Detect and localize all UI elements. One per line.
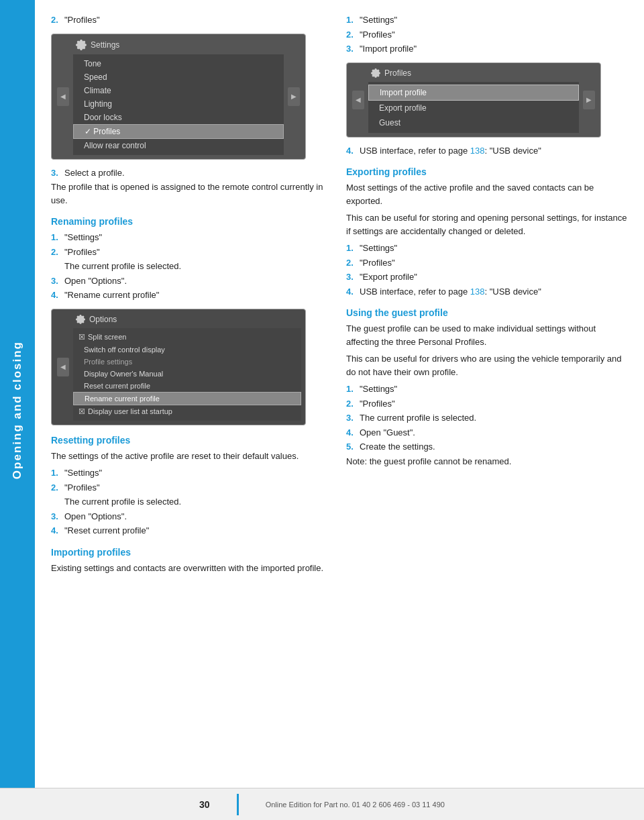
- resetting-step3: 3. Open "Options".: [51, 510, 333, 523]
- imp-text2: "Profiles": [360, 28, 395, 42]
- renaming-sub2: The current profile is selected.: [64, 260, 333, 273]
- rn-num1: 1.: [51, 231, 62, 244]
- imp4-num: 4.: [346, 144, 357, 158]
- options-screen-inner: ◀ Options ☒ Split screen: [56, 313, 301, 421]
- exp-text1: "Settings": [360, 242, 397, 255]
- step-text: "Profiles": [64, 13, 100, 27]
- option-profile-settings-header: Profile settings: [73, 356, 301, 368]
- profiles-title: Profiles: [384, 68, 411, 78]
- menu-guest[interactable]: Guest: [368, 115, 579, 130]
- imp-num3: 3.: [346, 42, 357, 56]
- imp4-text: USB interface, refer to page 138: "USB d…: [360, 144, 541, 158]
- options-title: Options: [89, 315, 117, 324]
- export-step2: 2. "Profiles": [346, 256, 628, 270]
- settings-title-bar: Settings: [73, 38, 284, 52]
- gs-num1: 1.: [346, 382, 357, 396]
- gs-num3: 3.: [346, 411, 357, 425]
- intro-step: 2. "Profiles": [51, 13, 333, 27]
- renaming-step4: 4. "Rename current profile": [51, 289, 333, 302]
- menu-item-speed[interactable]: Speed: [73, 70, 284, 84]
- rs-text1: "Settings": [64, 466, 102, 480]
- rs-text2: "Profiles": [64, 481, 100, 495]
- renaming-step1: 1. "Settings": [51, 231, 333, 244]
- rn-text4: "Rename current profile": [64, 289, 159, 302]
- exp-num1: 1.: [346, 242, 357, 255]
- guest-heading: Using the guest profile: [346, 307, 628, 318]
- profiles-screen-inner: ◀ Profiles Import profile Export profile…: [351, 67, 596, 133]
- export-step1: 1. "Settings": [346, 242, 628, 255]
- step3: 3. Select a profile.: [51, 166, 333, 180]
- option-split-screen[interactable]: ☒ Split screen: [73, 331, 301, 344]
- export-page-link[interactable]: 138: [470, 287, 485, 297]
- option-rename-profile[interactable]: Rename current profile: [73, 392, 301, 405]
- menu-import-profile[interactable]: Import profile: [368, 85, 579, 101]
- rs-num2: 2.: [51, 481, 62, 495]
- profiles-screen-mockup: ◀ Profiles Import profile Export profile…: [346, 62, 601, 138]
- guest-desc2: This can be useful for drivers who are u…: [346, 352, 628, 378]
- options-nav-left-btn[interactable]: ◀: [57, 358, 69, 376]
- rs-num4: 4.: [51, 524, 62, 537]
- profiles-nav-right-btn[interactable]: ▶: [583, 91, 595, 109]
- exp4-num: 4.: [346, 285, 357, 299]
- import-page-link[interactable]: 138: [470, 146, 485, 156]
- profiles-nav-left-btn[interactable]: ◀: [352, 91, 364, 109]
- resetting-step1: 1. "Settings": [51, 466, 333, 480]
- exp-text3: "Export profile": [360, 270, 417, 284]
- profiles-nav-right: ▶: [582, 67, 596, 133]
- footer: 30 Online Edition for Part no. 01 40 2 6…: [0, 788, 644, 820]
- sidebar: Opening and closing: [0, 0, 35, 820]
- step-num: 2.: [51, 13, 62, 27]
- gs-text1: "Settings": [360, 382, 397, 396]
- option-switch-off[interactable]: Switch off control display: [73, 344, 301, 356]
- nav-left-btn[interactable]: ◀: [57, 87, 69, 106]
- gs-text3: The current profile is selected.: [360, 411, 476, 425]
- screen-inner: ◀ Settings Tone Speed Climate Lig: [56, 38, 301, 155]
- resetting-step2: 2. "Profiles": [51, 481, 333, 495]
- option-display-user-list[interactable]: ☒ Display user list at startup: [73, 405, 301, 418]
- guest-note: Note: the guest profile cannot be rename…: [346, 455, 628, 468]
- rn-num4: 4.: [51, 289, 62, 302]
- guest-step1: 1. "Settings": [346, 382, 628, 396]
- footer-edition: Online Edition for Part no. 01 40 2 606 …: [266, 801, 445, 809]
- menu-item-doorlocks[interactable]: Door locks: [73, 111, 284, 124]
- rn-num2: 2.: [51, 246, 62, 259]
- menu-item-climate[interactable]: Climate: [73, 84, 284, 97]
- gs-num4: 4.: [346, 426, 357, 440]
- nav-right-btn[interactable]: ▶: [288, 87, 300, 106]
- options-screen-content: Options ☒ Split screen Switch off contro…: [73, 313, 301, 421]
- import-step3: 3. "Import profile": [346, 42, 628, 56]
- rs-num1: 1.: [51, 466, 62, 480]
- renaming-step2: 2. "Profiles": [51, 246, 333, 259]
- rs-text4: "Reset current profile": [64, 524, 149, 537]
- options-nav-left: ◀: [56, 313, 70, 421]
- profiles-nav-left: ◀: [351, 67, 366, 133]
- menu-item-tone[interactable]: Tone: [73, 57, 284, 70]
- guest-step3: 3. The current profile is selected.: [346, 411, 628, 425]
- options-screen-mockup: ◀ Options ☒ Split screen: [51, 309, 306, 425]
- menu-export-profile[interactable]: Export profile: [368, 101, 579, 115]
- exporting-desc2: This can be useful for storing and openi…: [346, 211, 628, 238]
- resetting-heading: Resetting profiles: [51, 435, 333, 446]
- exp-num2: 2.: [346, 256, 357, 270]
- options-gear-icon: [76, 315, 85, 324]
- option-reset-profile[interactable]: Reset current profile: [73, 380, 301, 392]
- screen-nav-right: ▶: [286, 38, 301, 155]
- options-menu: ☒ Split screen Switch off control displa…: [73, 328, 301, 421]
- exporting-heading: Exporting profiles: [346, 166, 628, 177]
- option-display-owners[interactable]: Display Owner's Manual: [73, 368, 301, 380]
- split-screen-label: Split screen: [88, 333, 126, 341]
- menu-item-allow-rear[interactable]: Allow rear control: [73, 139, 284, 152]
- rs-num3: 3.: [51, 510, 62, 523]
- right-column: 1. "Settings" 2. "Profiles" 3. "Import p…: [346, 13, 628, 578]
- imp-num1: 1.: [346, 13, 357, 27]
- menu-item-profiles[interactable]: ✓ Profiles: [73, 124, 284, 139]
- menu-item-lighting[interactable]: Lighting: [73, 97, 284, 111]
- importing-desc: Existing settings and contacts are overw…: [51, 562, 333, 575]
- page-number: 30: [199, 799, 210, 810]
- rs-text3: Open "Options".: [64, 510, 127, 523]
- exporting-desc1: Most settings of the active profile and …: [346, 181, 628, 207]
- check-icon: ☒: [78, 333, 85, 342]
- guest-desc1: The guest profile can be used to make in…: [346, 322, 628, 348]
- step3-text: Select a profile.: [64, 166, 125, 180]
- profiles-gear-icon: [371, 68, 380, 78]
